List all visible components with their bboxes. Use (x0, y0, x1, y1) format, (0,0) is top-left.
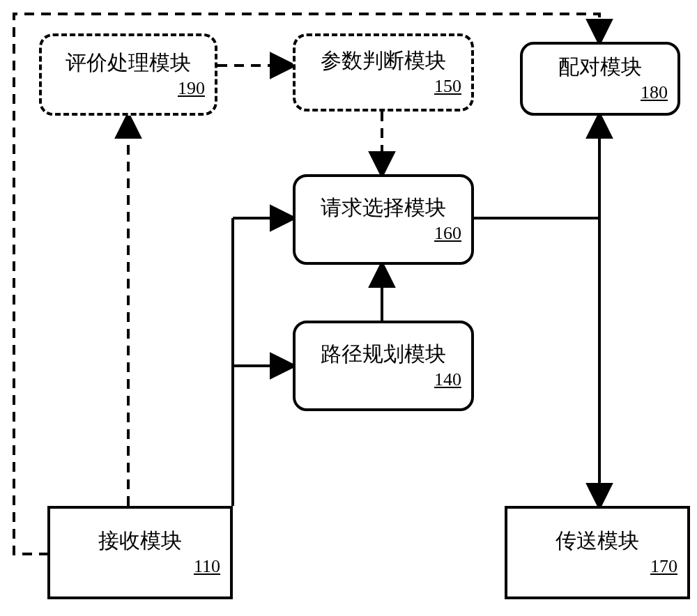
module-recv-num: 110 (194, 556, 220, 577)
module-pair-label: 配对模块 (558, 54, 642, 79)
module-reqsel: 请求选择模块 160 (293, 174, 474, 265)
module-send-label: 传送模块 (556, 528, 639, 553)
module-route-label: 路径规划模块 (321, 341, 446, 367)
module-route: 路径规划模块 140 (293, 321, 474, 411)
module-reqsel-num: 160 (434, 223, 461, 244)
module-param: 参数判断模块 150 (293, 33, 474, 111)
module-route-num: 140 (434, 369, 461, 390)
module-recv: 接收模块 110 (47, 506, 233, 599)
module-param-num: 150 (434, 76, 461, 97)
module-send-num: 170 (650, 556, 677, 577)
module-eval: 评价处理模块 190 (39, 33, 217, 116)
module-pair-num: 180 (641, 82, 668, 103)
module-send: 传送模块 170 (505, 506, 690, 599)
module-eval-label: 评价处理模块 (66, 50, 191, 75)
module-recv-label: 接收模块 (98, 528, 182, 553)
module-eval-num: 190 (178, 78, 205, 99)
module-pair: 配对模块 180 (520, 42, 680, 116)
module-param-label: 参数判断模块 (321, 48, 446, 73)
module-reqsel-label: 请求选择模块 (321, 195, 446, 220)
